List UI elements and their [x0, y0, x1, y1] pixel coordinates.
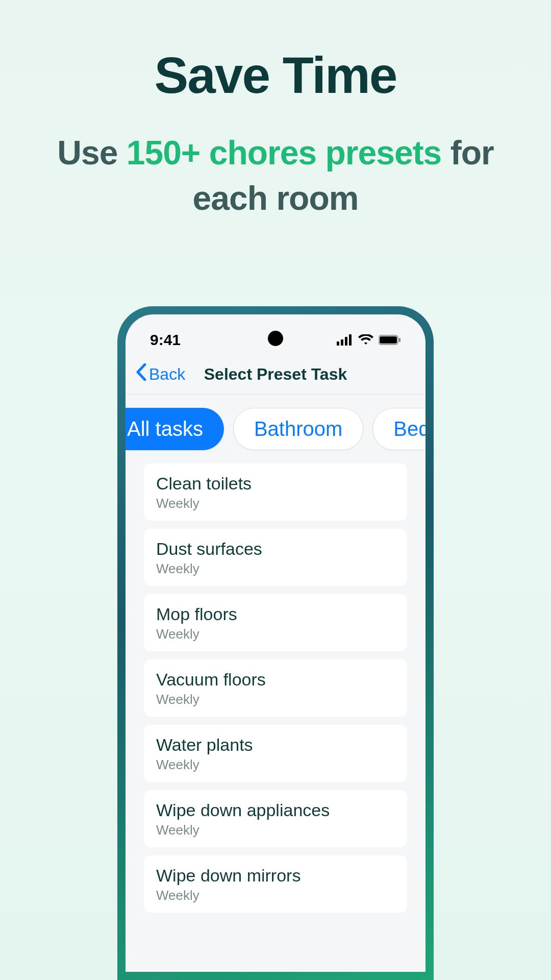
back-label: Back: [149, 365, 185, 384]
phone-frame: 9:41 Back Select Preset Task: [117, 306, 434, 980]
svg-rect-0: [337, 341, 339, 346]
battery-icon: [379, 334, 401, 346]
task-frequency: Weekly: [156, 888, 395, 903]
page-subhead: Use 150+ chores presets for each room: [0, 105, 551, 221]
nav-title: Select Preset Task: [204, 365, 347, 384]
task-frequency: Weekly: [156, 561, 395, 577]
task-frequency: Weekly: [156, 822, 395, 838]
task-row[interactable]: Wipe down appliancesWeekly: [144, 790, 407, 847]
camera-notch-icon: [268, 331, 283, 346]
svg-rect-5: [380, 336, 397, 344]
subhead-accent: 150+ chores presets: [127, 134, 442, 172]
task-title: Dust surfaces: [156, 539, 395, 559]
svg-rect-6: [399, 338, 400, 342]
filter-chip-bedroom[interactable]: Bedroom: [372, 408, 425, 450]
cellular-signal-icon: [337, 334, 353, 346]
task-row[interactable]: Dust surfacesWeekly: [144, 529, 407, 586]
task-title: Wipe down appliances: [156, 800, 395, 820]
status-time: 9:41: [150, 331, 181, 349]
back-button[interactable]: Back: [136, 363, 185, 385]
filter-chips: All tasksBathroomBedroom: [126, 395, 425, 463]
task-frequency: Weekly: [156, 757, 395, 773]
task-frequency: Weekly: [156, 692, 395, 707]
page-headline: Save Time: [0, 0, 551, 105]
task-list: Clean toiletsWeeklyDust surfacesWeeklyMo…: [126, 463, 425, 913]
task-title: Clean toilets: [156, 474, 395, 494]
task-row[interactable]: Mop floorsWeekly: [144, 594, 407, 651]
task-row[interactable]: Water plantsWeekly: [144, 725, 407, 782]
chevron-left-icon: [136, 363, 147, 385]
task-row[interactable]: Clean toiletsWeekly: [144, 463, 407, 521]
status-icons: [337, 334, 401, 346]
task-title: Vacuum floors: [156, 670, 395, 690]
filter-chip-bathroom[interactable]: Bathroom: [233, 408, 363, 450]
subhead-pre: Use: [57, 134, 126, 172]
task-title: Mop floors: [156, 604, 395, 624]
task-row[interactable]: Wipe down mirrorsWeekly: [144, 855, 407, 913]
phone-screen: 9:41 Back Select Preset Task: [126, 314, 425, 972]
task-frequency: Weekly: [156, 626, 395, 642]
task-title: Water plants: [156, 735, 395, 755]
filter-chip-all-tasks[interactable]: All tasks: [126, 408, 224, 450]
svg-rect-1: [341, 339, 343, 346]
svg-rect-3: [349, 334, 352, 346]
task-row[interactable]: Vacuum floorsWeekly: [144, 659, 407, 717]
wifi-icon: [358, 334, 373, 346]
task-title: Wipe down mirrors: [156, 866, 395, 886]
task-frequency: Weekly: [156, 496, 395, 511]
svg-rect-2: [345, 337, 347, 346]
nav-bar: Back Select Preset Task: [126, 350, 425, 395]
